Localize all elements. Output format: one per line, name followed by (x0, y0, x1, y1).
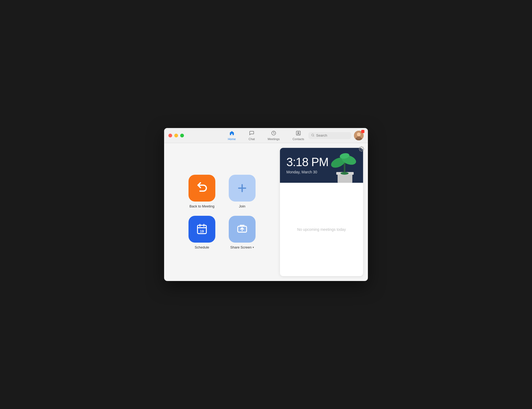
svg-point-6 (357, 133, 361, 136)
svg-rect-19 (338, 173, 352, 183)
schedule-icon-bg: 19 (189, 216, 215, 243)
share-screen-label: Share Screen ▾ (230, 245, 254, 249)
join-icon-bg (229, 175, 256, 202)
join-label: Join (239, 204, 245, 208)
close-button[interactable] (168, 134, 172, 137)
schedule-item[interactable]: 19 Schedule (189, 216, 215, 249)
home-label: Home (228, 137, 236, 141)
tab-meetings[interactable]: Meetings (261, 129, 286, 142)
actions-grid: Back to Meeting Join (189, 175, 256, 249)
back-to-meeting-item[interactable]: Back to Meeting (189, 175, 215, 208)
back-to-meeting-icon-bg (189, 175, 215, 202)
avatar-container[interactable] (354, 131, 364, 140)
traffic-lights (168, 134, 184, 137)
recording-badge (361, 130, 364, 133)
svg-point-8 (361, 148, 362, 150)
share-screen-item[interactable]: Share Screen ▾ (229, 216, 256, 249)
calendar-widget: 3:18 PM Monday, March 30 No upcoming mee… (280, 148, 363, 276)
search-box[interactable] (308, 132, 351, 139)
svg-point-3 (312, 134, 314, 136)
app-window: Home Chat Meetings (164, 128, 368, 281)
contacts-icon (296, 130, 301, 137)
tab-chat[interactable]: Chat (242, 129, 261, 142)
chat-label: Chat (249, 137, 255, 141)
tab-contacts[interactable]: Contacts (286, 129, 311, 142)
titlebar-right (308, 131, 364, 140)
main-content: Back to Meeting Join (164, 143, 368, 281)
share-screen-icon-bg (229, 216, 256, 243)
nav-tabs: Home Chat Meetings (221, 129, 311, 142)
maximize-button[interactable] (180, 134, 184, 137)
settings-button[interactable] (359, 146, 364, 153)
titlebar: Home Chat Meetings (164, 128, 368, 143)
svg-text:19: 19 (200, 229, 204, 233)
join-item[interactable]: Join (229, 175, 256, 208)
meetings-icon (271, 130, 276, 137)
contacts-label: Contacts (293, 137, 304, 141)
schedule-label: Schedule (195, 245, 209, 249)
home-icon (229, 130, 234, 137)
svg-point-2 (298, 132, 299, 133)
search-input[interactable] (316, 133, 349, 137)
search-icon (311, 133, 315, 138)
share-screen-chevron: ▾ (253, 246, 254, 249)
minimize-button[interactable] (174, 134, 178, 137)
tab-home[interactable]: Home (221, 129, 242, 142)
svg-rect-1 (296, 131, 300, 135)
back-to-meeting-label: Back to Meeting (189, 204, 214, 208)
calendar-header: 3:18 PM Monday, March 30 (280, 148, 363, 183)
plant-decoration (322, 148, 363, 183)
svg-line-4 (313, 136, 314, 136)
meetings-label: Meetings (268, 137, 280, 141)
no-meetings-text: No upcoming meetings today (297, 227, 346, 232)
chat-icon (249, 130, 254, 137)
svg-point-25 (341, 172, 349, 175)
left-panel: Back to Meeting Join (164, 143, 280, 281)
calendar-body: No upcoming meetings today (280, 183, 363, 276)
